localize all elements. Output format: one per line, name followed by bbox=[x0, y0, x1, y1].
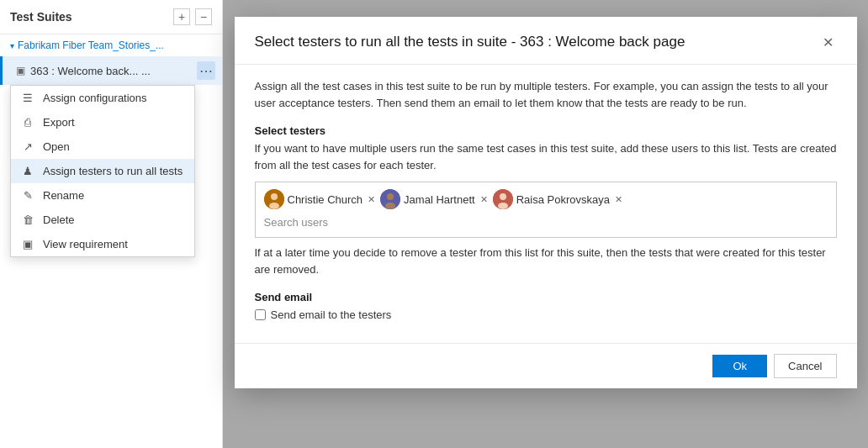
menu-item-assign-testers[interactable]: ♟ Assign testers to run all tests bbox=[11, 159, 194, 183]
menu-label-assign-configurations: Assign configurations bbox=[43, 92, 147, 104]
removal-note: If at a later time you decide to remove … bbox=[255, 245, 837, 277]
send-email-checkbox-row[interactable]: Send email to the testers bbox=[255, 308, 837, 321]
view-requirement-icon: ▣ bbox=[21, 238, 34, 250]
svg-point-7 bbox=[500, 193, 506, 200]
modal-body: Assign all the test cases in this test s… bbox=[235, 65, 857, 343]
suite-item[interactable]: ▣ 363 : Welcome back... ... ⋯ bbox=[0, 56, 222, 85]
sidebar-header: Test Suites + − bbox=[0, 0, 222, 34]
modal-close-button[interactable]: ✕ bbox=[817, 30, 840, 54]
delete-icon: 🗑 bbox=[21, 213, 34, 226]
menu-label-delete: Delete bbox=[43, 213, 75, 226]
svg-point-2 bbox=[269, 203, 279, 209]
menu-label-rename: Rename bbox=[43, 189, 84, 202]
sidebar-header-icons: + − bbox=[173, 8, 212, 25]
tester-tag-jamal: Jamal Hartnett ✕ bbox=[380, 189, 488, 209]
team-row[interactable]: ▾ Fabrikam Fiber Team_Stories_... bbox=[0, 34, 222, 56]
menu-item-view-requirement[interactable]: ▣ View requirement bbox=[11, 232, 194, 256]
tester-name-jamal: Jamal Hartnett bbox=[404, 193, 475, 206]
remove-jamal-button[interactable]: ✕ bbox=[480, 194, 488, 205]
send-email-checkbox[interactable] bbox=[255, 309, 266, 320]
svg-point-5 bbox=[385, 203, 395, 209]
suite-more-button[interactable]: ⋯ bbox=[197, 61, 215, 80]
modal: Select testers to run all the tests in s… bbox=[235, 17, 857, 388]
modal-footer: Ok Cancel bbox=[235, 343, 857, 388]
menu-item-assign-configurations[interactable]: ☰ Assign configurations bbox=[11, 86, 194, 110]
send-email-section: Send email Send email to the testers bbox=[255, 291, 837, 321]
tester-name-raisa: Raisa Pokrovskaya bbox=[516, 193, 610, 206]
assign-testers-icon: ♟ bbox=[21, 165, 34, 177]
tester-name-christie: Christie Church bbox=[288, 193, 363, 206]
cancel-button[interactable]: Cancel bbox=[774, 354, 836, 378]
menu-item-export[interactable]: ⎙ Export bbox=[11, 110, 194, 134]
send-email-label: Send email to the testers bbox=[271, 308, 392, 321]
menu-label-view-requirement: View requirement bbox=[43, 238, 128, 250]
assign-configurations-icon: ☰ bbox=[21, 92, 34, 104]
menu-label-open: Open bbox=[43, 140, 70, 153]
send-email-heading: Send email bbox=[255, 291, 837, 303]
tester-tag-christie: Christie Church ✕ bbox=[264, 189, 376, 209]
select-testers-description: If you want to have multiple users run t… bbox=[255, 140, 837, 173]
svg-point-8 bbox=[498, 203, 508, 209]
remove-suite-button[interactable]: − bbox=[195, 8, 212, 25]
modal-overlay: Select testers to run all the tests in s… bbox=[223, 0, 868, 448]
modal-intro: Assign all the test cases in this test s… bbox=[255, 78, 837, 111]
sidebar-title: Test Suites bbox=[10, 10, 72, 24]
tester-tag-raisa: Raisa Pokrovskaya ✕ bbox=[493, 189, 622, 209]
rename-icon: ✎ bbox=[21, 189, 34, 202]
avatar-christie bbox=[264, 189, 284, 209]
open-icon: ↗ bbox=[21, 140, 34, 153]
add-suite-button[interactable]: + bbox=[173, 8, 190, 25]
suite-icon: ▣ bbox=[16, 65, 25, 76]
modal-title: Select testers to run all the tests in s… bbox=[255, 34, 685, 50]
svg-point-1 bbox=[271, 193, 278, 200]
svg-point-4 bbox=[387, 193, 394, 200]
menu-item-rename[interactable]: ✎ Rename bbox=[11, 183, 194, 208]
avatar-jamal bbox=[380, 189, 400, 209]
menu-label-assign-testers: Assign testers to run all tests bbox=[43, 165, 183, 177]
remove-raisa-button[interactable]: ✕ bbox=[615, 194, 622, 205]
testers-tags: Christie Church ✕ Jamal Hartnett bbox=[264, 189, 828, 209]
export-icon: ⎙ bbox=[21, 116, 34, 129]
remove-christie-button[interactable]: ✕ bbox=[368, 194, 375, 205]
ok-button[interactable]: Ok bbox=[712, 355, 767, 377]
menu-item-delete[interactable]: 🗑 Delete bbox=[11, 208, 194, 232]
team-label: Fabrikam Fiber Team_Stories_... bbox=[18, 40, 164, 51]
suite-label: 363 : Welcome back... ... bbox=[30, 65, 197, 77]
modal-header: Select testers to run all the tests in s… bbox=[235, 17, 857, 65]
search-users-input[interactable]: Search users bbox=[264, 214, 828, 230]
context-menu: ☰ Assign configurations ⎙ Export ↗ Open … bbox=[10, 85, 195, 257]
menu-item-open[interactable]: ↗ Open bbox=[11, 134, 194, 159]
menu-label-export: Export bbox=[43, 116, 75, 129]
avatar-raisa bbox=[493, 189, 513, 209]
sidebar: Test Suites + − ▾ Fabrikam Fiber Team_St… bbox=[0, 0, 223, 448]
testers-box[interactable]: Christie Church ✕ Jamal Hartnett bbox=[255, 182, 837, 238]
chevron-down-icon: ▾ bbox=[10, 41, 14, 50]
select-testers-heading: Select testers bbox=[255, 124, 837, 137]
